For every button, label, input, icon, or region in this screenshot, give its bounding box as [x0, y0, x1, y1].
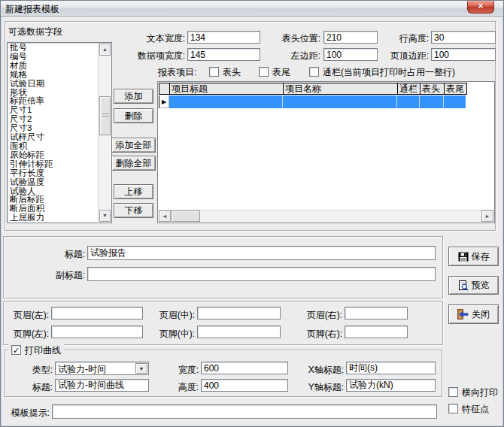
scroll-up-button[interactable]: ▲: [99, 44, 111, 56]
curve-title-input[interactable]: [55, 379, 149, 392]
title-label: 标题:: [53, 249, 85, 259]
template-hint-label: 模板提示:: [5, 407, 50, 418]
row-height-label: 行高度:: [390, 33, 429, 44]
footer-center-input[interactable]: [197, 326, 281, 338]
curve-width-input[interactable]: [201, 362, 288, 374]
list-item[interactable]: 试验日期: [10, 80, 97, 89]
window-title: 新建报表模板: [5, 3, 59, 16]
y-axis-title-label: Y轴标题:: [300, 382, 344, 392]
print-curve-checkbox[interactable]: ✓ 打印曲线: [8, 344, 64, 356]
footer-right-input[interactable]: [345, 326, 408, 338]
save-button-label: 保存: [472, 250, 490, 263]
grip-icon: [102, 114, 109, 118]
curve-type-value: 试验力-时间: [58, 363, 106, 376]
left-margin-input[interactable]: [323, 48, 378, 61]
table-header-checkbox[interactable]: 表头: [209, 67, 241, 77]
table-footer-checkbox[interactable]: 表尾: [259, 67, 290, 77]
template-hint-input[interactable]: [52, 404, 437, 419]
checkbox-box-checked[interactable]: ✓: [11, 345, 21, 355]
list-item[interactable]: 上屈服力: [10, 214, 97, 221]
list-item[interactable]: 试验温度: [10, 178, 97, 187]
header-center-input[interactable]: [197, 307, 281, 319]
scrollbar-thumb[interactable]: [172, 210, 200, 222]
landscape-print-checkbox[interactable]: 横向打印: [448, 387, 498, 398]
cell-footer[interactable]: [444, 95, 466, 108]
remove-button[interactable]: 删除: [114, 108, 153, 123]
cell-item-name[interactable]: [283, 95, 397, 108]
report-items-grid[interactable]: 项目标题 项目名称 通栏 表头 表尾 ▶ ◄ ►: [157, 81, 495, 223]
left-margin-label: 左边距:: [281, 50, 320, 61]
grid-col-banner[interactable]: 通栏: [398, 83, 421, 94]
curve-type-select[interactable]: 试验力-时间 ▼: [55, 362, 149, 375]
checkbox-box[interactable]: [309, 67, 319, 77]
header-pos-input[interactable]: [323, 31, 378, 44]
list-item[interactable]: 引伸计标距: [10, 160, 97, 169]
grid-col-item-title[interactable]: 项目标题: [170, 83, 284, 94]
close-button-label: 关闭: [472, 308, 490, 321]
x-axis-title-input[interactable]: [346, 362, 436, 374]
list-item[interactable]: 规格: [10, 71, 97, 80]
close-window-button[interactable]: ×: [467, 1, 494, 14]
remove-all-button[interactable]: 删除全部: [111, 156, 156, 171]
checkbox-box[interactable]: [259, 67, 269, 77]
subtitle-input[interactable]: [87, 267, 436, 281]
list-item[interactable]: 原始标距: [10, 151, 97, 160]
chevron-down-icon[interactable]: ▼: [135, 363, 147, 374]
cell-item-title[interactable]: [169, 95, 283, 108]
grid-col-header[interactable]: 表头: [421, 83, 445, 94]
remove-all-button-label: 删除全部: [116, 157, 152, 170]
item-width-label: 数据项宽度:: [127, 50, 185, 61]
table-footer-checkbox-label: 表尾: [272, 67, 290, 77]
checkbox-box[interactable]: [209, 67, 219, 77]
footer-right-label: 页脚(右):: [299, 329, 342, 339]
table-row[interactable]: ▶: [159, 95, 466, 108]
subtitle-label: 副标题:: [43, 270, 85, 280]
close-button[interactable]: 关闭: [448, 304, 499, 324]
cell-banner[interactable]: [397, 95, 420, 108]
banner-checkbox[interactable]: 通栏(当前项目打印时占用一整行): [309, 67, 455, 77]
grid-col-footer[interactable]: 表尾: [445, 83, 466, 94]
checkbox-box[interactable]: [448, 387, 458, 397]
checkbox-box[interactable]: [448, 404, 458, 413]
grid-col-item-name[interactable]: 项目名称: [284, 83, 398, 94]
add-all-button[interactable]: 添加全部: [111, 138, 156, 153]
row-height-input[interactable]: [431, 31, 496, 44]
fields-list-label: 可选数据字段: [8, 26, 62, 37]
top-margin-input[interactable]: [431, 48, 496, 61]
row-selector-icon: ▶: [159, 95, 169, 108]
y-axis-title-input[interactable]: [346, 379, 436, 392]
list-vertical-scrollbar[interactable]: ▲ ▼: [98, 44, 111, 222]
move-down-button[interactable]: 下移: [114, 203, 153, 218]
dropdown-arrow-glyph: ▼: [139, 366, 144, 371]
scrollbar-thumb[interactable]: [99, 96, 111, 135]
table-header-checkbox-label: 表头: [223, 67, 241, 77]
text-width-input[interactable]: [187, 31, 260, 44]
header-right-input[interactable]: [345, 307, 408, 319]
cell-header[interactable]: [420, 95, 444, 108]
header-right-label: 页眉(右):: [299, 310, 342, 320]
add-button[interactable]: 添加: [114, 89, 153, 104]
list-item[interactable]: 材质: [10, 62, 97, 71]
move-up-button[interactable]: 上移: [114, 184, 153, 199]
save-icon: [458, 252, 469, 262]
check-icon: ✓: [13, 346, 20, 355]
print-curve-label: 打印曲线: [25, 345, 61, 356]
curve-height-input[interactable]: [201, 379, 288, 392]
header-left-label: 页眉(左):: [5, 310, 49, 320]
list-item[interactable]: 平行长度: [10, 169, 97, 178]
x-axis-title-label: X轴标题:: [300, 365, 344, 375]
titlebar[interactable]: 新建报表模板: [1, 1, 503, 17]
grid-horizontal-scrollbar[interactable]: ◄ ►: [159, 210, 493, 222]
feature-points-checkbox[interactable]: 特征点: [448, 404, 489, 414]
scroll-down-button[interactable]: ▼: [99, 210, 111, 222]
scroll-right-button[interactable]: ►: [481, 210, 493, 222]
footer-left-input[interactable]: [51, 326, 143, 338]
header-left-input[interactable]: [51, 307, 143, 319]
preview-button-label: 预览: [472, 279, 490, 292]
save-button[interactable]: 保存: [448, 247, 499, 266]
title-input[interactable]: [87, 246, 436, 260]
data-fields-listbox[interactable]: 批号 编号 材质 规格 试验日期 形状 标距倍率 尺寸1 尺寸2 尺寸3 试样尺…: [7, 42, 112, 223]
scroll-left-button[interactable]: ◄: [159, 210, 171, 222]
preview-button[interactable]: 预览: [448, 276, 499, 295]
item-width-input[interactable]: [187, 48, 260, 61]
